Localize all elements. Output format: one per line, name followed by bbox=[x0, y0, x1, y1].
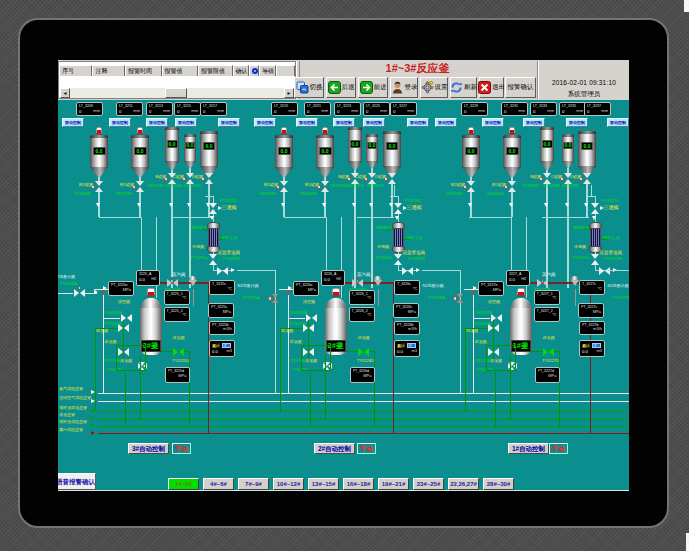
pressure-display[interactable]: PT_3226dMPa bbox=[350, 367, 375, 383]
vibration-control-button[interactable]: 振动控制 bbox=[523, 118, 545, 127]
page-nav-button[interactable]: 16#~18# bbox=[343, 478, 374, 490]
temp-display[interactable]: T_3227c℃ bbox=[579, 280, 605, 295]
level-display[interactable]: LT_32250mm bbox=[363, 102, 390, 116]
feed-valve[interactable] bbox=[280, 181, 288, 192]
silo-level-display[interactable]: 0.0 bbox=[581, 142, 593, 150]
scroll-thumb[interactable] bbox=[165, 88, 187, 98]
three-way-valve[interactable] bbox=[394, 203, 402, 214]
condense-valve[interactable] bbox=[394, 254, 402, 265]
vibration-control-button[interactable]: 振动控制 bbox=[254, 118, 276, 127]
toolbar-button-back[interactable]: 后退 bbox=[326, 77, 356, 98]
pressure-display[interactable]: PT_3226eMPa bbox=[293, 281, 319, 296]
alarm-table[interactable]: 序号注释报警时间报警值报警限值确认...等级 ◄ ► bbox=[58, 61, 296, 99]
n2-inlet-valve[interactable] bbox=[74, 289, 85, 297]
inlet-valve[interactable] bbox=[543, 348, 554, 356]
silo-level-display[interactable]: 0.0 bbox=[93, 147, 106, 155]
level-display[interactable]: LT_32330mm bbox=[530, 102, 557, 116]
pressure-display[interactable]: PT_3227eMPa bbox=[478, 281, 504, 296]
auto-control-button[interactable]: 2#自动控制 bbox=[314, 443, 355, 454]
vibration-control-button[interactable]: 振动控制 bbox=[333, 118, 355, 127]
agitator-display[interactable]: 3225_A0.0HZ bbox=[136, 270, 160, 286]
silo-level-display[interactable]: 0.0 bbox=[506, 147, 519, 155]
page-nav-button[interactable]: 10#~12# bbox=[273, 478, 304, 490]
level-display[interactable]: LT_32130mm bbox=[146, 102, 173, 116]
flow-display[interactable]: PT_3225bm3/h bbox=[209, 321, 235, 335]
toolbar-button-refresh[interactable]: 刷新 bbox=[450, 77, 477, 98]
alarm-table-hscrollbar[interactable]: ◄ ► bbox=[60, 88, 294, 98]
pressure-display[interactable]: PT_3226cMPa bbox=[393, 303, 419, 318]
condense-valve[interactable] bbox=[591, 254, 599, 265]
feed-valve[interactable] bbox=[205, 173, 213, 184]
silo-level-display[interactable]: 0.0 bbox=[367, 142, 377, 149]
level-display[interactable]: LT_32290mm bbox=[461, 102, 488, 116]
vibration-control-button[interactable]: 振动控制 bbox=[146, 118, 168, 127]
toolbar-button-login[interactable]: 登录 bbox=[390, 77, 418, 98]
vibration-control-button[interactable]: 振动控制 bbox=[607, 118, 629, 127]
emergency-valve[interactable] bbox=[217, 267, 228, 275]
manual-button[interactable]: 手动 bbox=[357, 443, 376, 454]
silo-level-display[interactable]: 0.0 bbox=[350, 140, 361, 148]
level-display[interactable]: LT_32350mm bbox=[559, 102, 586, 116]
pressure-display[interactable]: PT_3225dMPa bbox=[165, 367, 190, 383]
totalizer-read-button[interactable]: 读数 bbox=[407, 343, 416, 348]
vibration-control-button[interactable]: 振动控制 bbox=[296, 118, 318, 127]
page-nav-button[interactable]: 19#~21# bbox=[378, 478, 409, 490]
level-display[interactable]: LT_32270mm bbox=[390, 102, 417, 116]
manual-button[interactable]: 手动 bbox=[549, 443, 568, 454]
silo-level-display[interactable]: 0.0 bbox=[465, 147, 478, 155]
silo-level-display[interactable]: 0.0 bbox=[319, 147, 332, 155]
inlet-valve[interactable] bbox=[358, 348, 369, 356]
flow-display[interactable]: PT_3226bm3/h bbox=[394, 321, 420, 335]
vibration-control-button[interactable]: 振动控制 bbox=[175, 118, 197, 127]
temp-display[interactable]: T_3225_1℃ bbox=[164, 290, 190, 305]
page-nav-button[interactable]: 4#~6# bbox=[203, 478, 234, 490]
vibration-control-button[interactable]: 振动控制 bbox=[109, 118, 131, 127]
level-display[interactable]: LT_32090mm bbox=[76, 102, 103, 116]
voice-alarm-ack-button[interactable]: 语音报警确认 bbox=[58, 473, 96, 490]
three-way-valve[interactable] bbox=[209, 203, 217, 214]
silo-level-display[interactable]: 0.0 bbox=[134, 147, 147, 155]
vibration-control-button[interactable]: 振动控制 bbox=[218, 118, 240, 127]
level-display[interactable]: LT_32150mm bbox=[174, 102, 201, 116]
feed-valve[interactable] bbox=[467, 181, 475, 192]
vibration-control-button[interactable]: 振动控制 bbox=[407, 118, 429, 127]
silo-level-display[interactable]: 0.0 bbox=[203, 142, 215, 150]
toolbar-button-exit[interactable]: 退出 bbox=[479, 77, 504, 98]
totalizer-display[interactable]: 累计读数0.0m3 bbox=[394, 340, 420, 357]
level-display[interactable]: LT_32110mm bbox=[116, 102, 143, 116]
agitator-display[interactable]: 3227_A0.0HZ bbox=[506, 270, 530, 286]
feed-valve[interactable] bbox=[583, 173, 591, 184]
scroll-left-button[interactable]: ◄ bbox=[60, 88, 70, 98]
page-nav-button[interactable]: 22,26,27# bbox=[448, 478, 479, 490]
silo-level-display[interactable]: 0.0 bbox=[185, 142, 195, 149]
level-display[interactable]: LT_32170mm bbox=[200, 102, 227, 116]
vibration-control-button[interactable]: 振动控制 bbox=[566, 118, 588, 127]
silo-level-display[interactable]: 0.0 bbox=[542, 140, 553, 148]
pressure-display[interactable]: PT_3225eMPa bbox=[108, 281, 134, 296]
level-display[interactable]: LT_32370mm bbox=[584, 102, 611, 116]
page-nav-button[interactable]: 13#~15# bbox=[308, 478, 339, 490]
pressure-display[interactable]: PT_3227cMPa bbox=[578, 303, 604, 318]
feed-valve[interactable] bbox=[388, 173, 396, 184]
vibration-control-button[interactable]: 振动控制 bbox=[62, 118, 84, 127]
pressure-display[interactable]: PT_3227dMPa bbox=[535, 367, 560, 383]
page-nav-button[interactable]: 23#~25# bbox=[413, 478, 444, 490]
manual-button[interactable]: 手动 bbox=[172, 443, 191, 454]
vibration-control-button[interactable]: 振动控制 bbox=[435, 118, 457, 127]
feed-valve[interactable] bbox=[95, 181, 103, 192]
totalizer-read-button[interactable]: 读数 bbox=[222, 343, 231, 348]
auto-control-button[interactable]: 1#自动控制 bbox=[508, 443, 549, 454]
auto-control-button[interactable]: 3#自动控制 bbox=[128, 443, 169, 454]
scroll-right-button[interactable]: ► bbox=[284, 88, 294, 98]
n2-flow-valve[interactable] bbox=[272, 294, 279, 303]
three-way-valve[interactable] bbox=[591, 203, 599, 214]
pressure-display[interactable]: PT_3225cMPa bbox=[208, 303, 234, 318]
level-display[interactable]: LT_32230mm bbox=[334, 102, 361, 116]
toolbar-button-alarm-ack[interactable]: 报警确认 bbox=[505, 77, 536, 98]
level-display[interactable]: LT_32210mm bbox=[304, 102, 331, 116]
page-nav-button[interactable]: 28#~30# bbox=[483, 478, 514, 490]
toolbar-button-settings[interactable]: 设置 bbox=[420, 77, 448, 98]
toolbar-button-switch[interactable]: 切换 bbox=[294, 77, 324, 98]
page-nav-button[interactable]: 1#~3# bbox=[168, 478, 199, 490]
agitator-display[interactable]: 3226_A0.0HZ bbox=[321, 270, 345, 286]
